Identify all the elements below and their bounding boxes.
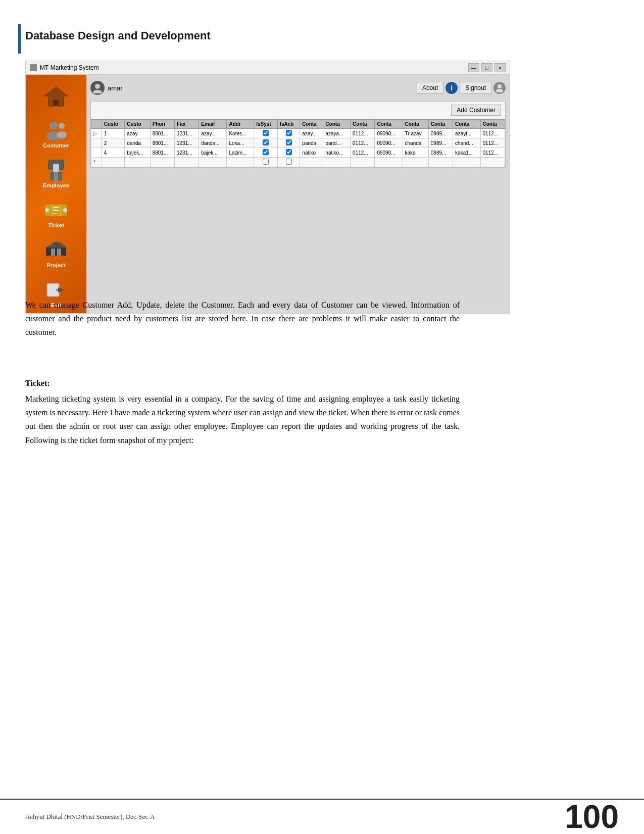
row-empty <box>102 158 125 167</box>
svg-point-2 <box>49 122 58 130</box>
ticket-text: Marketing ticketing system is very essen… <box>25 392 460 447</box>
svg-rect-14 <box>53 207 59 208</box>
row-checkbox2[interactable] <box>278 138 300 148</box>
svg-point-13 <box>63 208 67 212</box>
row-conta1: azay... <box>300 129 323 138</box>
row-checkbox2[interactable] <box>278 148 300 158</box>
row-empty <box>125 158 150 167</box>
col-custo2: Custo <box>125 120 150 129</box>
row-col4: danda... <box>199 138 227 148</box>
row-conta5: kaka <box>403 148 428 158</box>
row-col1: danda <box>125 138 150 148</box>
sidebar-item-employee[interactable]: Employee <box>26 154 86 193</box>
sidebar-item-project[interactable]: Project <box>26 233 86 273</box>
col-conta8: Conta <box>480 120 505 129</box>
row-conta2: azaya... <box>323 129 351 138</box>
svg-rect-10 <box>58 172 62 181</box>
row-col1: bajek... <box>125 148 150 158</box>
col-conta5: Conta <box>403 120 428 129</box>
signout-button[interactable]: Signout <box>460 82 491 94</box>
row-conta6: 0989... <box>428 129 453 138</box>
sidebar-item-ticket[interactable]: Ticket <box>26 193 86 233</box>
svg-point-27 <box>496 89 503 92</box>
svg-point-4 <box>59 123 65 129</box>
svg-point-5 <box>57 131 67 138</box>
ticket-label: Ticket <box>48 222 64 228</box>
row-conta1: natiko <box>300 148 323 158</box>
row-empty <box>351 158 375 167</box>
main-area: amar About i Signout Add <box>86 75 510 313</box>
row-new-checkbox1[interactable] <box>254 158 278 167</box>
row-conta8: 0112... <box>480 138 505 148</box>
row-empty <box>403 158 428 167</box>
row-conta7: kaka1... <box>453 148 480 158</box>
info-button[interactable]: i <box>445 82 458 94</box>
username: amar <box>108 84 123 92</box>
body-text: We can manage Customer Add, Update, dele… <box>25 298 460 339</box>
svg-point-24 <box>95 84 100 89</box>
user-section: amar <box>90 81 123 95</box>
svg-rect-16 <box>53 213 57 214</box>
row-empty <box>150 158 174 167</box>
row-empty <box>375 158 403 167</box>
row-col5: Loka... <box>227 138 254 148</box>
footer-left-text: Achyut Dhital (HND/Frist Semester), Dec-… <box>25 813 155 821</box>
svg-rect-20 <box>57 249 61 256</box>
home-icon <box>43 85 69 108</box>
ticket-icon <box>43 199 69 221</box>
row-new-checkbox2[interactable] <box>278 158 300 167</box>
table-row-new: * <box>91 158 505 167</box>
add-customer-button[interactable]: Add Customer <box>451 105 501 116</box>
section-bar <box>18 24 21 54</box>
row-conta3: 0112... <box>351 138 375 148</box>
footer: Achyut Dhital (HND/Frist Semester), Dec-… <box>0 799 644 834</box>
svg-rect-9 <box>50 172 54 181</box>
window-controls: — □ × <box>468 63 506 72</box>
about-button[interactable]: About <box>417 82 443 94</box>
col-conta7: Conta <box>453 120 480 129</box>
page-title: Database Design and Development <box>25 29 211 42</box>
svg-rect-19 <box>51 249 55 256</box>
row-checkbox1[interactable] <box>254 138 278 148</box>
window-app-icon <box>30 64 37 71</box>
row-id: 4 <box>102 148 125 158</box>
row-conta3: 0112... <box>351 148 375 158</box>
minimize-button[interactable]: — <box>468 63 479 72</box>
row-selector <box>91 148 102 158</box>
row-conta8: 0112... <box>480 148 505 158</box>
app-content: Costumer Employee <box>26 75 510 313</box>
row-conta6: 0989... <box>428 148 453 158</box>
row-col5: Kotes... <box>227 129 254 138</box>
col-selector <box>91 120 102 129</box>
close-button[interactable]: × <box>494 63 506 72</box>
col-conta2: Conta <box>323 120 351 129</box>
col-custo1: Custo <box>102 120 125 129</box>
row-col3: 1231... <box>175 129 199 138</box>
svg-rect-8 <box>53 164 59 172</box>
row-checkbox1[interactable] <box>254 148 278 158</box>
top-buttons: About i Signout <box>417 82 506 94</box>
row-empty <box>428 158 453 167</box>
col-conta6: Conta <box>428 120 453 129</box>
employee-label: Employee <box>43 182 69 188</box>
page-header: Database Design and Development <box>25 24 379 47</box>
row-col2: 8801... <box>150 138 174 148</box>
row-id: 1 <box>102 129 125 138</box>
row-conta5: chanda <box>403 138 428 148</box>
sidebar-item-costumer[interactable]: Costumer <box>26 114 86 154</box>
window-titlebar: MT-Marketing System — □ × <box>26 61 510 75</box>
col-fax: Fax <box>175 120 199 129</box>
sidebar-home[interactable] <box>26 80 86 114</box>
row-conta6: 0989... <box>428 138 453 148</box>
row-empty <box>227 158 254 167</box>
row-col3: 1231... <box>175 138 199 148</box>
employee-icon <box>43 159 69 181</box>
row-col1: azay <box>125 129 150 138</box>
col-addr: Addr <box>227 120 254 129</box>
col-email: Email <box>199 120 227 129</box>
row-checkbox2[interactable] <box>278 129 300 138</box>
row-checkbox1[interactable] <box>254 129 278 138</box>
add-customer-bar: Add Customer <box>91 102 505 119</box>
ticket-heading: Ticket: <box>25 379 460 388</box>
maximize-button[interactable]: □ <box>481 63 492 72</box>
